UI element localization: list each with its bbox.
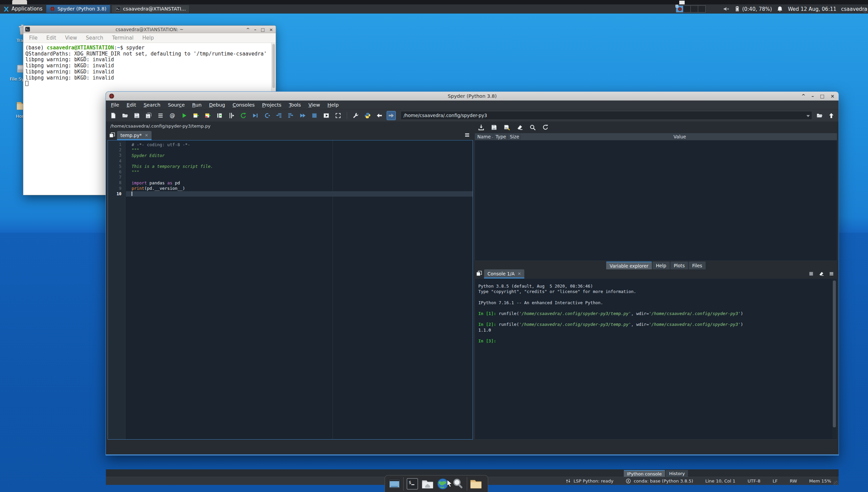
spyder-maximize-button[interactable]: □ <box>820 93 824 99</box>
resize-grip[interactable] <box>833 481 838 486</box>
menu-file[interactable]: File <box>107 102 123 108</box>
clock-label[interactable]: Wed 12 Aug, 06:11 <box>788 6 836 12</box>
terminal-shade-button[interactable]: ^ <box>246 27 250 32</box>
terminal-titlebar[interactable]: csaavedra@XTIANSTATION: ~ ^ – □ × <box>23 26 276 33</box>
volume-muted-icon[interactable] <box>723 6 730 12</box>
applications-menu[interactable]: Applications ⋮⋮ <box>0 4 45 13</box>
save-all-button[interactable] <box>144 111 153 120</box>
browse-tabs-icon[interactable] <box>476 270 483 277</box>
menu-edit[interactable]: Edit <box>123 102 140 108</box>
refresh-variables-button[interactable] <box>541 123 550 132</box>
preferences-button[interactable] <box>351 111 360 120</box>
run-button[interactable] <box>180 111 189 120</box>
variable-table-body[interactable] <box>475 140 837 261</box>
terminal-menu-help[interactable]: Help <box>138 35 158 41</box>
terminal-close-button[interactable]: × <box>269 27 273 32</box>
back-button[interactable] <box>375 111 384 120</box>
spyder-shade-button[interactable]: ^ <box>801 93 805 99</box>
editor-tab-temp-py[interactable]: temp.py* ✕ <box>117 131 152 140</box>
search-variables-button[interactable] <box>528 123 537 132</box>
import-data-button[interactable] <box>477 123 486 132</box>
tab-history[interactable]: History <box>666 470 688 477</box>
run-selection-button[interactable] <box>227 111 236 120</box>
clear-console-icon[interactable] <box>818 271 824 277</box>
ipython-console-body[interactable]: Python 3.8.5 (default, Aug 5 2020, 08:36… <box>475 278 837 440</box>
tab-plots[interactable]: Plots <box>670 262 688 269</box>
tab-close-icon[interactable]: ✕ <box>145 133 148 138</box>
tab-ipython-console[interactable]: IPython console <box>624 470 665 477</box>
tab-variable-explorer[interactable]: Variable explorer <box>606 262 652 269</box>
spyder-close-button[interactable]: × <box>830 93 835 99</box>
save-data-button[interactable] <box>489 123 499 132</box>
spyder-minimize-button[interactable]: – <box>812 93 814 99</box>
menu-tools[interactable]: Tools <box>285 102 305 108</box>
column-name[interactable]: Name <box>475 133 493 140</box>
dock-desktop-window-icon[interactable] <box>388 477 401 490</box>
run-cell-button[interactable] <box>191 111 201 120</box>
dock-folder-icon[interactable] <box>470 477 482 490</box>
run-cell-advance-button[interactable] <box>203 111 212 120</box>
workspace-2[interactable] <box>683 5 691 13</box>
interrupt-kernel-icon[interactable] <box>808 271 814 277</box>
column-size[interactable]: Size <box>507 133 520 140</box>
browse-tabs-icon[interactable] <box>109 132 116 138</box>
menu-debug[interactable]: Debug <box>205 102 229 108</box>
rerun-cell-button[interactable] <box>215 111 224 120</box>
notifications-bell-icon[interactable] <box>777 6 783 12</box>
menu-consoles[interactable]: Consoles <box>229 102 258 108</box>
outline-button[interactable] <box>156 111 165 120</box>
debug-file-button[interactable] <box>251 111 260 120</box>
dock-terminal-icon[interactable]: $ <box>406 477 419 490</box>
editor-options-menu-icon[interactable] <box>464 132 470 138</box>
user-label[interactable]: csaavedra <box>841 6 867 12</box>
tab-close-icon[interactable]: ✕ <box>518 271 521 276</box>
console-scrollbar[interactable] <box>832 279 837 439</box>
python-path-button[interactable] <box>363 111 372 120</box>
menu-view[interactable]: View <box>305 102 324 108</box>
task-button-0[interactable]: Spyder (Python 3.8) <box>46 5 110 13</box>
terminal-menu-view[interactable]: View <box>61 35 82 41</box>
workspace-3[interactable] <box>691 5 698 13</box>
column-value[interactable]: Value <box>520 133 837 140</box>
workspace-switcher[interactable] <box>676 5 706 13</box>
menu-help[interactable]: Help <box>324 102 342 108</box>
remove-variables-button[interactable] <box>515 123 524 132</box>
spyder-titlebar[interactable]: Spyder (Python 3.8) ^ – □ × <box>106 92 839 100</box>
save-button[interactable] <box>132 111 141 120</box>
terminal-maximize-button[interactable]: □ <box>261 27 265 32</box>
step-out-button[interactable] <box>286 111 295 120</box>
terminal-menu-terminal[interactable]: Terminal <box>108 35 138 41</box>
combobox-dropdown-icon[interactable] <box>806 115 810 117</box>
workspace-4[interactable] <box>698 5 706 13</box>
task-button-1[interactable]: csaavedra@XTIANSTATI... <box>112 5 190 13</box>
new-file-button[interactable] <box>109 111 118 120</box>
dock-file-manager-home-icon[interactable] <box>421 477 434 490</box>
at-symbol-button[interactable]: @ <box>168 111 177 120</box>
browse-working-directory-button[interactable] <box>815 111 824 120</box>
terminal-menu-search[interactable]: Search <box>82 35 108 41</box>
open-file-button[interactable] <box>120 111 130 120</box>
menu-run[interactable]: Run <box>188 102 205 108</box>
battery-indicator[interactable]: (0:40, 78%) <box>734 6 772 12</box>
terminal-menu-edit[interactable]: Edit <box>42 35 61 41</box>
console-tab[interactable]: Console 1/A ✕ <box>484 269 524 278</box>
terminal-menu-file[interactable]: File <box>25 35 42 41</box>
working-directory-combobox[interactable]: /home/csaavedra/.config/spyder-py3 <box>401 111 812 120</box>
maximize-button[interactable] <box>334 111 343 120</box>
console-options-menu-icon[interactable] <box>828 271 835 277</box>
menu-source[interactable]: Source <box>164 102 188 108</box>
workspace-1[interactable] <box>676 5 683 13</box>
column-type[interactable]: Type <box>493 133 507 140</box>
menu-search[interactable]: Search <box>140 102 164 108</box>
terminal-minimize-button[interactable]: – <box>254 27 256 32</box>
rerun-last-button[interactable] <box>239 111 248 120</box>
step-into-button[interactable] <box>274 111 283 120</box>
tab-help[interactable]: Help <box>653 262 670 269</box>
tab-files[interactable]: Files <box>689 262 706 269</box>
panel-run-button[interactable] <box>322 111 331 120</box>
save-data-as-button[interactable] <box>502 123 511 132</box>
editor-body[interactable]: 1# -*- coding: utf-8 -*-2"""3Spyder Edit… <box>108 140 473 440</box>
continue-button[interactable] <box>298 111 307 120</box>
menu-projects[interactable]: Projects <box>258 102 285 108</box>
forward-button[interactable] <box>387 111 396 120</box>
